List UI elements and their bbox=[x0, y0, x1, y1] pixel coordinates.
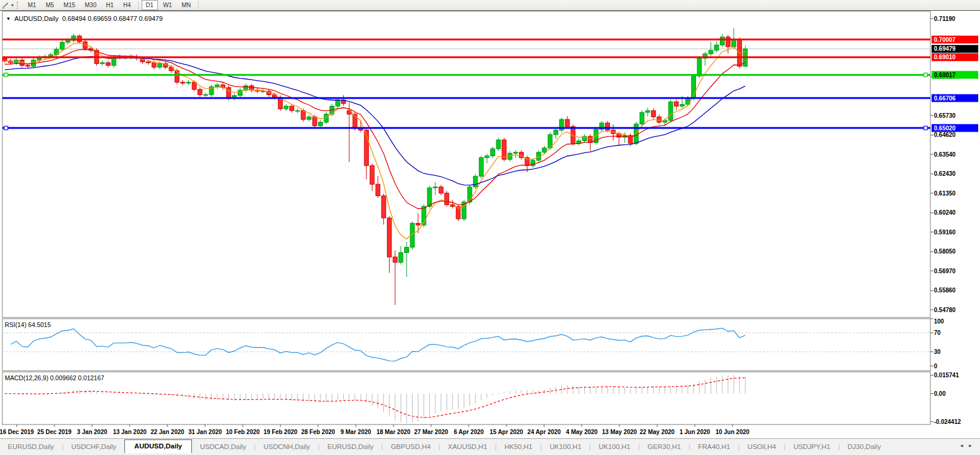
timeframe-button-m30[interactable]: M30 bbox=[81, 0, 100, 10]
candle bbox=[491, 149, 495, 156]
chart-tab-usdcad-daily[interactable]: USDCAD,Daily bbox=[192, 441, 254, 453]
tabbar-scroll-right[interactable]: ▸ bbox=[969, 442, 972, 448]
svg-text:0.61350: 0.61350 bbox=[934, 190, 956, 197]
candle bbox=[313, 117, 317, 126]
candle bbox=[301, 111, 306, 120]
chevron-down-icon: ▾ bbox=[11, 3, 14, 8]
candle bbox=[405, 248, 409, 253]
chart-tab-usdjpy-h1[interactable]: USDJPY,H1 bbox=[786, 441, 838, 453]
candle bbox=[26, 65, 30, 66]
date-axis[interactable]: 16 Dec 201925 Dec 20193 Jan 202013 Jan 2… bbox=[0, 425, 750, 435]
timeframe-button-m5[interactable]: M5 bbox=[41, 0, 58, 10]
candle bbox=[439, 187, 443, 193]
candle bbox=[158, 63, 162, 67]
svg-text:0.60240: 0.60240 bbox=[934, 209, 956, 216]
cursor-tool-button[interactable]: ▾ bbox=[0, 1, 16, 10]
candle bbox=[60, 42, 65, 50]
svg-text:0.56970: 0.56970 bbox=[934, 268, 956, 274]
tabbar-scroll-left[interactable]: ◂ bbox=[960, 442, 963, 448]
chart-collapse-icon[interactable]: ▼ bbox=[6, 16, 11, 22]
toolbar-grip[interactable] bbox=[17, 1, 21, 9]
svg-text:0.59160: 0.59160 bbox=[934, 229, 956, 236]
svg-text:3 Jan 2020: 3 Jan 2020 bbox=[77, 429, 108, 435]
candle bbox=[479, 158, 483, 176]
svg-text:0.71190: 0.71190 bbox=[934, 16, 955, 22]
svg-text:0.62430: 0.62430 bbox=[934, 170, 956, 177]
svg-text:0.69479: 0.69479 bbox=[934, 45, 956, 52]
candle bbox=[192, 83, 196, 90]
chart-canvas[interactable]: 0.711900.679200.657300.646200.635400.624… bbox=[0, 10, 980, 438]
chart-tab-xauusd-h1[interactable]: XAUUSD,H1 bbox=[440, 441, 495, 453]
svg-text:0.69010: 0.69010 bbox=[934, 54, 956, 60]
chart-tab-usdcnh-daily[interactable]: USDCNH,Daily bbox=[256, 441, 318, 453]
candle bbox=[657, 117, 661, 122]
svg-text:0.54780: 0.54780 bbox=[934, 307, 956, 313]
chart-tab-usdchf-daily[interactable]: USDCHF,Daily bbox=[63, 441, 124, 453]
chart-symbol-label: AUDUSD,Daily bbox=[14, 15, 59, 22]
timeframe-button-w1[interactable]: W1 bbox=[159, 0, 176, 10]
candle bbox=[680, 105, 684, 106]
svg-text:16 Dec 2019: 16 Dec 2019 bbox=[0, 429, 34, 435]
timeframe-button-h4[interactable]: H4 bbox=[119, 0, 135, 10]
chart-tab-ger30-h1[interactable]: GER30,H1 bbox=[640, 441, 689, 453]
chart-title: ▼ AUDUSD,Daily 0.68494 0.69659 0.68477 0… bbox=[6, 15, 163, 22]
chart-tab-uk100-h1[interactable]: UK100,H1 bbox=[542, 441, 589, 453]
timeframe-toolbar: ▾ M1M5M15M30H1H4D1W1MN bbox=[0, 0, 980, 11]
chart-tab-dj30-daily[interactable]: DJ30,Daily bbox=[840, 441, 889, 453]
candle bbox=[474, 176, 478, 187]
chart-tab-uk100-h1[interactable]: UK100,H1 bbox=[591, 441, 638, 453]
chart-tab-eurusd-daily[interactable]: EURUSD,Daily bbox=[0, 441, 62, 453]
candle bbox=[295, 111, 300, 111]
candle bbox=[726, 37, 730, 47]
hline-handle[interactable] bbox=[4, 126, 8, 130]
toolbar-separator bbox=[198, 1, 199, 9]
candle bbox=[606, 123, 610, 130]
candle bbox=[496, 140, 500, 149]
candle bbox=[674, 102, 679, 106]
candle bbox=[416, 223, 420, 225]
cursor-tool-icon bbox=[2, 1, 10, 9]
candle bbox=[181, 83, 185, 83]
chart-tab-usoil-h4[interactable]: USOil,H4 bbox=[740, 441, 784, 453]
svg-text:18 Mar 2020: 18 Mar 2020 bbox=[377, 429, 411, 435]
timeframe-button-m1[interactable]: M1 bbox=[24, 0, 41, 10]
candle bbox=[450, 204, 454, 206]
timeframe-button-mn[interactable]: MN bbox=[178, 0, 196, 10]
svg-text:0.58050: 0.58050 bbox=[934, 248, 956, 255]
chart-tab-gbpusd-h4[interactable]: GBPUSD,H4 bbox=[383, 441, 438, 453]
svg-text:9 Mar 2020: 9 Mar 2020 bbox=[340, 429, 371, 435]
svg-text:0: 0 bbox=[934, 363, 938, 370]
svg-text:13 Jan 2020: 13 Jan 2020 bbox=[113, 429, 147, 435]
chart-tab-audusd-daily[interactable]: AUDUSD,Daily bbox=[124, 439, 193, 453]
timeframe-button-m15[interactable]: M15 bbox=[59, 0, 79, 10]
candle bbox=[554, 130, 558, 135]
svg-text:4 May 2020: 4 May 2020 bbox=[566, 429, 598, 435]
chart-tab-eurusd-daily[interactable]: EURUSD,Daily bbox=[319, 441, 381, 453]
svg-text:15 Apr 2020: 15 Apr 2020 bbox=[490, 429, 523, 435]
svg-text:0.66706: 0.66706 bbox=[934, 95, 956, 102]
candle bbox=[215, 85, 219, 87]
svg-text:0.68017: 0.68017 bbox=[934, 72, 956, 78]
hline-handle[interactable] bbox=[4, 73, 8, 77]
svg-text:25 Dec 2019: 25 Dec 2019 bbox=[37, 429, 72, 435]
svg-text:0.65730: 0.65730 bbox=[934, 112, 956, 119]
svg-text:27 Mar 2020: 27 Mar 2020 bbox=[414, 429, 448, 435]
svg-text:0.64620: 0.64620 bbox=[934, 132, 956, 138]
svg-text:-0.024412: -0.024412 bbox=[934, 419, 961, 425]
terminal-window: ▾ M1M5M15M30H1H4D1W1MN 0.711900.679200.6… bbox=[0, 0, 980, 455]
candle bbox=[502, 140, 506, 160]
chart-tab-fra40-h1[interactable]: FRA40,H1 bbox=[691, 441, 738, 453]
chart-tab-hk50-h1[interactable]: HK50,H1 bbox=[497, 441, 541, 453]
hline-handle[interactable] bbox=[924, 73, 927, 77]
hline-handle[interactable] bbox=[924, 126, 927, 130]
svg-text:10 Jun 2020: 10 Jun 2020 bbox=[716, 429, 750, 435]
candle bbox=[335, 100, 340, 106]
chart-tab-bar: EURUSD,Daily|USDCHF,DailyAUDUSD,DailyUSD… bbox=[0, 438, 980, 455]
svg-text:30: 30 bbox=[934, 349, 941, 355]
svg-text:0.55860: 0.55860 bbox=[934, 287, 956, 294]
chart-area[interactable]: 0.711900.679200.657300.646200.635400.624… bbox=[0, 10, 980, 438]
price-axis[interactable]: 0.711900.679200.657300.646200.635400.624… bbox=[930, 16, 978, 313]
timeframe-button-h1[interactable]: H1 bbox=[102, 0, 118, 10]
svg-text:22 Jan 2020: 22 Jan 2020 bbox=[151, 429, 185, 435]
timeframe-button-d1[interactable]: D1 bbox=[142, 0, 158, 10]
